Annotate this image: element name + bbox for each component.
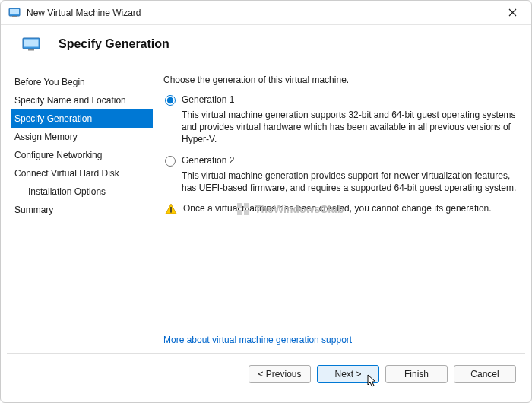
previous-button[interactable]: < Previous: [249, 365, 311, 383]
warning-row: Once a virtual machine has been created,…: [163, 203, 518, 215]
titlebar: New Virtual Machine Wizard: [1, 1, 531, 25]
generation-2-label: Generation 2: [182, 155, 234, 166]
svg-rect-6: [170, 207, 172, 211]
more-info-link[interactable]: More about virtual machine generation su…: [163, 335, 352, 345]
wizard-sidebar: Before You Begin Specify Name and Locati…: [1, 65, 153, 353]
wizard-content: Choose the generation of this virtual ma…: [153, 65, 531, 353]
page-title: Specify Generation: [59, 37, 169, 51]
warning-text: Once a virtual machine has been created,…: [183, 203, 492, 214]
generation-2-description: This virtual machine generation provides…: [182, 170, 518, 194]
wizard-header: Specify Generation: [1, 25, 531, 65]
svg-rect-1: [10, 9, 19, 14]
finish-button[interactable]: Finish: [385, 365, 448, 383]
generation-1-label: Generation 1: [182, 94, 234, 105]
wizard-footer: < Previous Next > Finish Cancel: [7, 353, 525, 394]
sidebar-item-configure-networking[interactable]: Configure Networking: [11, 146, 153, 164]
sidebar-item-installation-options[interactable]: Installation Options: [11, 182, 153, 201]
generation-2-option[interactable]: Generation 2: [163, 155, 518, 167]
close-button[interactable]: [501, 2, 524, 24]
cancel-button[interactable]: Cancel: [454, 365, 516, 383]
svg-rect-7: [170, 211, 172, 213]
generation-1-option[interactable]: Generation 1: [163, 94, 518, 106]
generation-1-description: This virtual machine generation supports…: [182, 109, 518, 146]
sidebar-item-specify-generation[interactable]: Specify Generation: [11, 109, 153, 128]
sidebar-item-assign-memory[interactable]: Assign Memory: [11, 128, 153, 146]
wizard-body: Before You Begin Specify Name and Locati…: [1, 65, 531, 353]
monitor-icon: [22, 37, 40, 51]
svg-rect-2: [12, 16, 17, 17]
app-icon: [8, 7, 21, 19]
warning-icon: [165, 203, 177, 215]
next-button[interactable]: Next >: [317, 365, 379, 383]
instruction-text: Choose the generation of this virtual ma…: [163, 75, 518, 85]
sidebar-item-connect-vhd[interactable]: Connect Virtual Hard Disk: [11, 164, 153, 182]
sidebar-item-before-you-begin[interactable]: Before You Begin: [11, 73, 153, 91]
sidebar-item-specify-name[interactable]: Specify Name and Location: [11, 91, 153, 109]
sidebar-item-summary[interactable]: Summary: [11, 201, 153, 219]
svg-rect-4: [24, 40, 39, 47]
svg-rect-5: [28, 49, 34, 51]
generation-1-radio[interactable]: [165, 95, 176, 106]
generation-2-radio[interactable]: [165, 156, 176, 167]
window-title: New Virtual Machine Wizard: [27, 8, 141, 18]
